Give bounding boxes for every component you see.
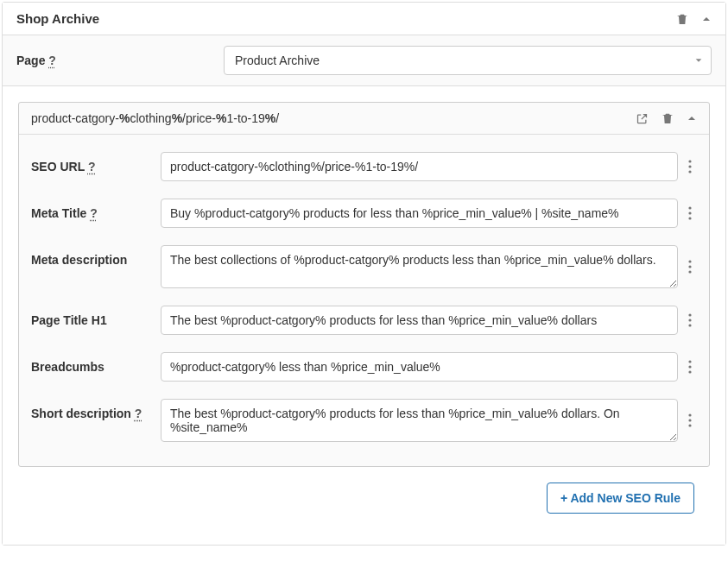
page-title-h1-input[interactable]: [161, 306, 678, 335]
page-label: Page ?: [16, 54, 224, 67]
svg-point-4: [688, 211, 691, 214]
help-icon[interactable]: ?: [90, 206, 98, 220]
panel-title: Shop Archive: [16, 11, 675, 26]
breadcrumbs-input[interactable]: [161, 352, 678, 382]
field-meta-description: Meta description: [31, 237, 697, 297]
svg-point-3: [688, 206, 691, 209]
field-label: Breadcumbs: [31, 352, 161, 374]
rule-fields: SEO URL ? Meta Title ?: [19, 135, 709, 466]
panel-footer: + Add New SEO Rule: [18, 467, 710, 529]
help-icon[interactable]: ?: [88, 160, 96, 173]
svg-point-12: [688, 360, 691, 363]
shop-archive-panel: Shop Archive Page ? Product Archive: [2, 2, 726, 546]
more-icon[interactable]: [683, 245, 697, 288]
svg-point-0: [688, 160, 691, 162]
trash-icon[interactable]: [675, 12, 689, 26]
svg-point-10: [688, 319, 691, 321]
rule-slug: product-catgory-%clothing%/price-%1-to-1…: [31, 111, 636, 125]
collapse-icon[interactable]: [701, 14, 712, 24]
field-label: SEO URL ?: [31, 152, 161, 173]
page-select[interactable]: Product Archive: [224, 46, 712, 75]
svg-point-14: [688, 370, 691, 373]
field-short-description: Short description ?: [31, 390, 697, 451]
collapse-icon[interactable]: [687, 113, 697, 123]
svg-point-5: [688, 217, 691, 219]
page-select-value: Product Archive: [235, 54, 320, 67]
panel-header-actions: [675, 12, 712, 26]
field-label: Short description ?: [31, 399, 161, 420]
svg-point-7: [688, 265, 691, 268]
svg-point-17: [688, 424, 691, 426]
help-icon[interactable]: ?: [48, 54, 56, 67]
more-icon[interactable]: [683, 152, 697, 181]
short-description-input[interactable]: [161, 399, 678, 442]
rule-header: product-catgory-%clothing%/price-%1-to-1…: [19, 103, 709, 135]
svg-point-13: [688, 365, 691, 368]
field-page-title-h1: Page Title H1: [31, 297, 697, 344]
svg-point-1: [688, 165, 691, 167]
svg-point-16: [688, 419, 691, 421]
svg-point-9: [688, 313, 691, 316]
field-label: Meta Title ?: [31, 199, 161, 220]
svg-point-6: [688, 260, 691, 262]
meta-description-input[interactable]: [161, 245, 678, 288]
field-label: Page Title H1: [31, 306, 161, 327]
meta-title-input[interactable]: [161, 199, 678, 228]
trash-icon[interactable]: [661, 111, 674, 125]
more-icon[interactable]: [683, 306, 697, 335]
page-label-text: Page: [16, 54, 45, 67]
svg-point-2: [688, 170, 691, 173]
svg-point-11: [688, 324, 691, 326]
panel-header: Shop Archive: [3, 3, 725, 35]
svg-point-8: [688, 270, 691, 273]
field-seo-url: SEO URL ?: [31, 143, 697, 190]
more-icon[interactable]: [683, 199, 697, 228]
field-label: Meta description: [31, 245, 161, 267]
add-seo-rule-button[interactable]: + Add New SEO Rule: [547, 483, 694, 514]
external-link-icon[interactable]: [636, 112, 649, 125]
field-breadcrumbs: Breadcumbs: [31, 344, 697, 390]
svg-point-15: [688, 413, 691, 416]
more-icon[interactable]: [683, 352, 697, 382]
seo-rule-card: product-catgory-%clothing%/price-%1-to-1…: [18, 102, 710, 467]
help-icon[interactable]: ?: [135, 407, 142, 420]
page-selector-row: Page ? Product Archive: [3, 35, 725, 86]
rule-header-actions: [636, 111, 697, 125]
more-icon[interactable]: [683, 399, 697, 442]
seo-url-input[interactable]: [161, 152, 678, 181]
field-meta-title: Meta Title ?: [31, 190, 697, 237]
panel-body: product-catgory-%clothing%/price-%1-to-1…: [3, 86, 725, 545]
